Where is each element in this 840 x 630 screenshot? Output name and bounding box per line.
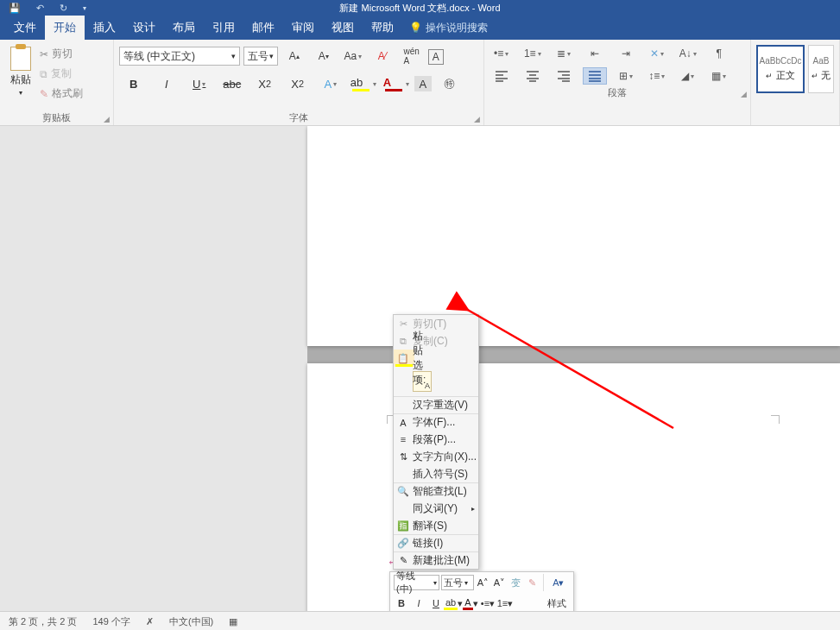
char-border-button[interactable]: A (428, 49, 444, 65)
multilevel-button[interactable]: ≣ (552, 45, 576, 62)
align-center-button[interactable] (521, 67, 545, 85)
tab-view[interactable]: 视图 (323, 16, 363, 40)
underline-button[interactable]: U (185, 74, 214, 93)
undo-icon[interactable]: ↶ (36, 3, 44, 14)
bold-button[interactable]: B (119, 74, 148, 93)
tab-references[interactable]: 引用 (204, 16, 243, 40)
mini-font-color[interactable]: A▾ (463, 595, 478, 611)
tab-file[interactable]: 文件 (5, 16, 45, 40)
paste-icon (10, 47, 31, 71)
bullets-button[interactable]: •≡ (489, 45, 514, 62)
font-color-button[interactable]: A (382, 74, 411, 93)
sort-button[interactable]: A↓ (676, 45, 700, 62)
ctx-new-comment[interactable]: ✎新建批注(M) (394, 551, 478, 569)
status-proofing-icon[interactable]: ✗ (146, 616, 154, 627)
mini-format-painter[interactable]: ✎ (525, 575, 540, 590)
tab-home[interactable]: 开始 (45, 16, 85, 40)
ctx-synonyms[interactable]: 同义词(Y)▸ (394, 500, 478, 517)
document-area[interactable]: ⤶ ✂剪切(T) ⧉复制(C) 📋粘贴选项: A 汉字重选(V) A字体(F).… (0, 126, 840, 611)
mini-italic[interactable]: I (411, 595, 426, 611)
redo-icon[interactable]: ↻ (60, 3, 67, 14)
ctx-font[interactable]: A字体(F)... (394, 413, 478, 431)
phonetic-guide-button[interactable]: wénA (399, 47, 425, 66)
mini-size-combo[interactable]: 五号▾ (441, 575, 474, 590)
mini-highlight[interactable]: ab▾ (445, 595, 461, 611)
ctx-insert-symbol[interactable]: 插入符号(S) (394, 465, 478, 482)
mini-bullets[interactable]: •≡▾ (480, 595, 496, 611)
tab-design[interactable]: 设计 (124, 16, 164, 40)
mini-font-combo[interactable]: 等线 (中)▾ (394, 575, 439, 590)
mini-grow-font[interactable]: A˄ (476, 575, 490, 590)
mini-numbering[interactable]: 1≡▾ (497, 595, 513, 611)
ctx-smart-lookup[interactable]: 🔍智能查找(L) (394, 482, 478, 500)
ctx-cut[interactable]: ✂剪切(T) (394, 315, 478, 332)
ctx-paragraph[interactable]: ≡段落(P)... (394, 431, 478, 448)
subscript-button[interactable]: X2 (250, 74, 280, 93)
tab-review[interactable]: 审阅 (283, 16, 323, 40)
grow-font-button[interactable]: A▴ (281, 47, 307, 66)
qat-customize-icon[interactable]: ▾ (83, 4, 86, 12)
mini-phonetic[interactable]: 变 (508, 575, 523, 590)
status-macro-icon[interactable]: ▦ (229, 616, 237, 627)
style-normal[interactable]: AaBbCcDc ↵ 正文 (756, 45, 805, 93)
numbering-button[interactable]: 1≡ (521, 45, 545, 62)
copy-button[interactable]: ⧉复制 (40, 66, 83, 81)
strike-button[interactable]: abc (218, 74, 247, 93)
tab-mailings[interactable]: 邮件 (243, 16, 283, 40)
paste-button[interactable]: 粘贴 ▾ (5, 43, 36, 110)
shading-button[interactable]: ◢ (676, 67, 700, 85)
ctx-link[interactable]: 🔗链接(I) (394, 534, 478, 551)
group-font: 等线 (中文正文)▾ 五号▾ A▴ A▾ Aa A⁄ wénA A B I U … (114, 40, 484, 125)
show-marks-button[interactable]: ¶ (707, 45, 731, 62)
ctx-translate[interactable]: 🈯翻译(S) (394, 517, 478, 534)
ctx-text-direction[interactable]: ⇅文字方向(X)... (394, 448, 478, 465)
font-name-combo[interactable]: 等线 (中文正文)▾ (119, 47, 240, 66)
tell-me-search[interactable]: 💡 操作说明搜索 (409, 16, 488, 40)
para-icon: ≡ (396, 434, 410, 444)
align-justify-button[interactable] (583, 67, 607, 85)
asian-layout-button[interactable]: ✕ (645, 45, 669, 62)
format-painter-button[interactable]: ✎格式刷 (40, 86, 83, 101)
save-icon[interactable]: 💾 (9, 3, 21, 14)
mini-toolbar: 等线 (中)▾ 五号▾ A˄ A˅ 变 ✎ A▾ B I U ab▾ A▾ •≡… (389, 571, 574, 611)
char-shading-button[interactable]: A (414, 76, 432, 91)
ctx-copy[interactable]: ⧉复制(C) (394, 332, 478, 350)
status-language[interactable]: 中文(中国) (169, 615, 213, 628)
align-left-button[interactable] (489, 67, 514, 85)
group-paragraph: •≡ 1≡ ≣ ⇤ ⇥ ✕ A↓ ¶ ⊞ ↕≡ ◢ ▦ 段落◢ (484, 40, 751, 125)
text-effects-button[interactable]: A (316, 74, 345, 93)
tab-insert[interactable]: 插入 (85, 16, 124, 40)
distribute-button[interactable]: ⊞ (614, 67, 638, 85)
mini-underline[interactable]: U (428, 595, 444, 611)
decrease-indent-button[interactable]: ⇤ (583, 45, 607, 62)
highlight-button[interactable]: ab (349, 74, 378, 93)
clear-format-button[interactable]: A⁄ (369, 47, 395, 66)
status-page[interactable]: 第 2 页，共 2 页 (9, 615, 77, 628)
gray-left-pane (0, 126, 307, 611)
font-dialog-launcher[interactable]: ◢ (474, 111, 480, 127)
cut-button[interactable]: ✂剪切 (40, 47, 83, 61)
page-1[interactable] (307, 126, 840, 346)
ctx-hanzi[interactable]: 汉字重选(V) (394, 396, 478, 413)
mini-styles-button[interactable]: A▾ (547, 575, 570, 590)
status-wordcount[interactable]: 149 个字 (92, 615, 129, 628)
enclose-char-button[interactable]: ㊕ (435, 74, 464, 93)
change-case-button[interactable]: Aa (340, 47, 366, 66)
shrink-font-button[interactable]: A▾ (311, 47, 337, 66)
italic-button[interactable]: I (152, 74, 181, 93)
font-size-combo[interactable]: 五号▾ (243, 47, 278, 66)
mini-styles-label[interactable]: 样式 (544, 595, 570, 611)
tab-help[interactable]: 帮助 (363, 16, 402, 40)
borders-button[interactable]: ▦ (707, 67, 731, 85)
scissors-icon: ✂ (40, 48, 48, 60)
superscript-button[interactable]: X2 (283, 74, 313, 93)
para-dialog-launcher[interactable]: ◢ (741, 86, 747, 102)
style-nospacing[interactable]: AaB ↵ 无 (808, 45, 834, 93)
clipboard-dialog-launcher[interactable]: ◢ (104, 111, 110, 127)
increase-indent-button[interactable]: ⇥ (614, 45, 638, 62)
line-spacing-button[interactable]: ↕≡ (645, 67, 669, 85)
tab-layout[interactable]: 布局 (164, 16, 204, 40)
align-right-button[interactable] (552, 67, 576, 85)
mini-shrink-font[interactable]: A˅ (492, 575, 507, 590)
mini-bold[interactable]: B (394, 595, 409, 611)
